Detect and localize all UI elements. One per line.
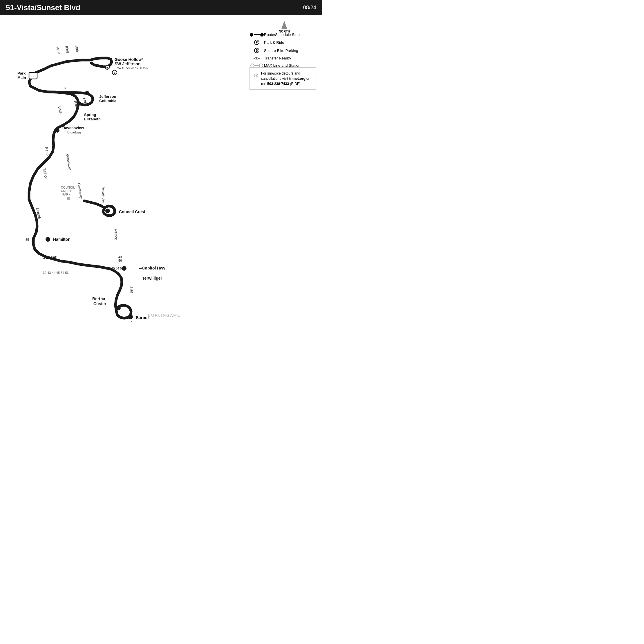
route-map: B → Vista King 18th Vis	[0, 15, 322, 322]
main-label: Main	[17, 75, 26, 80]
park-label: Park	[17, 71, 26, 75]
greenway-street-label-1: Greenway	[65, 154, 72, 170]
43-label: 43	[118, 255, 122, 259]
greenway-street-label-2: Greenway	[77, 183, 84, 199]
broadway-label: Broadway	[67, 131, 82, 134]
svg-point-4	[85, 91, 89, 95]
hamilton-55-label: 55	[26, 238, 29, 241]
patton-street-label: Patton	[44, 146, 50, 158]
council-crest-park-label-2: CREST	[61, 189, 71, 193]
spring-label: Spring	[84, 113, 96, 117]
main-content: NORTH Route/Schedule Stop P Park & Ride …	[0, 15, 322, 322]
goose-hollow-label-2: SW Jefferson	[115, 61, 140, 66]
svg-point-10	[116, 306, 121, 310]
ravensview-label: Ravensview	[62, 126, 84, 130]
vista-street-label-2: Vista	[57, 106, 63, 114]
talbot-street-label: Talbot	[42, 168, 48, 180]
18th-street-label-top: 18th	[74, 45, 80, 52]
elizabeth-label: Elizabeth	[84, 117, 101, 121]
bottom-road-nums: 39 43 44 45 54 56	[43, 271, 69, 274]
tualatin-street-label: Tualatin Ave	[102, 186, 105, 204]
council-crest-park-label-3: PARK	[62, 193, 71, 196]
bertha-label: Bertha	[92, 296, 105, 301]
council-crest-park-label-1: COUNCIL	[61, 186, 75, 189]
goose-hollow-label: Goose Hollow/	[115, 57, 143, 62]
council-crest-label: Council Crest	[119, 209, 145, 214]
page-header: 51-Vista/Sunset Blvd 08/24	[0, 0, 322, 15]
burlingame-label: BURLINGAME	[148, 313, 181, 318]
svg-point-6	[105, 209, 110, 213]
hamilton-label: Hamilton	[53, 237, 70, 242]
svg-point-7	[46, 237, 50, 242]
capitol-nums-label: 44 45 54 55	[107, 267, 124, 270]
goose-hollow-lines: 6 24 45 58 287 288 292	[115, 66, 148, 70]
route-title: 51-Vista/Sunset Blvd	[6, 3, 80, 12]
columbia-label: Columbia	[99, 99, 117, 103]
56-label: 56	[118, 259, 122, 262]
svg-point-9	[128, 314, 133, 319]
barbur-nums: 1	[131, 321, 132, 322]
capitol-hwy-label: Capitol Hwy	[142, 266, 165, 270]
barbur-label: Barbur	[136, 315, 149, 320]
svg-text:→: →	[32, 75, 35, 77]
13th-street-label: 13th	[130, 286, 134, 293]
schedule-date: 08/24	[303, 5, 316, 11]
sunset-label: Sunset	[43, 255, 57, 260]
sixty-three-label: 63	[64, 86, 67, 90]
jefferson-label: Jefferson	[99, 94, 116, 99]
terwilliger-label: Terwilliger	[142, 276, 162, 281]
vista-street-label: Vista	[55, 46, 61, 55]
svg-text:B: B	[106, 66, 108, 69]
svg-point-5	[55, 129, 59, 133]
king-street-label: King	[64, 46, 70, 53]
custer-label: Custer	[93, 301, 106, 306]
svg-rect-13	[67, 197, 70, 200]
svg-text:B: B	[114, 71, 116, 74]
patrick-street-label: Patrick	[114, 229, 118, 240]
